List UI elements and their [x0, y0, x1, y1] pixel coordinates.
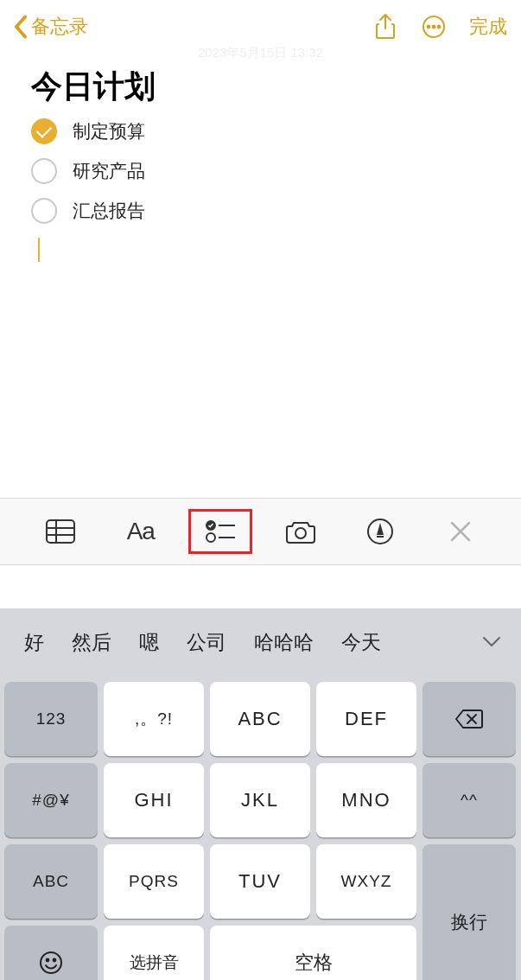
candidate-word[interactable]: 然后 [58, 629, 125, 656]
check-circle-icon[interactable] [31, 118, 57, 144]
key-abc[interactable]: ABC [210, 682, 310, 756]
key-numbers[interactable]: 123 [4, 682, 98, 756]
candidate-word[interactable]: 嗯 [125, 629, 173, 656]
back-button[interactable]: 备忘录 [14, 14, 88, 40]
checklist-item[interactable]: 制定预算 [31, 118, 490, 144]
more-icon[interactable] [421, 14, 447, 40]
svg-rect-4 [47, 520, 74, 543]
key-def[interactable]: DEF [316, 682, 416, 756]
svg-point-21 [54, 959, 56, 962]
key-emoji[interactable] [4, 926, 98, 980]
share-icon[interactable] [372, 14, 398, 40]
checklist-text[interactable]: 研究产品 [73, 159, 145, 183]
key-jkl[interactable]: JKL [210, 763, 310, 837]
candidate-word[interactable]: 哈哈哈 [240, 629, 327, 656]
chevron-down-icon[interactable] [473, 623, 511, 661]
key-ghi[interactable]: GHI [104, 763, 204, 837]
candidate-word[interactable]: 好 [10, 629, 58, 656]
key-punct[interactable]: ,。?! [104, 682, 204, 756]
svg-point-12 [295, 528, 306, 538]
markup-icon[interactable] [348, 509, 412, 554]
back-label: 备忘录 [31, 14, 88, 40]
key-latin[interactable]: ABC [4, 844, 98, 919]
camera-icon[interactable] [269, 509, 333, 554]
key-backspace[interactable] [423, 682, 516, 756]
svg-point-1 [428, 26, 430, 29]
checklist: 制定预算 研究产品 汇总报告 [31, 118, 490, 224]
candidate-word[interactable]: 今天 [327, 629, 395, 656]
note-title[interactable]: 今日计划 [31, 66, 490, 108]
candidate-word[interactable]: 公司 [173, 629, 240, 656]
checklist-text[interactable]: 制定预算 [73, 119, 145, 143]
close-icon[interactable] [429, 509, 492, 554]
svg-point-20 [47, 959, 49, 962]
key-caret[interactable]: ^^ [423, 763, 516, 837]
done-button[interactable]: 完成 [469, 14, 507, 40]
text-cursor [38, 238, 40, 262]
key-space[interactable]: 空格 [210, 926, 416, 980]
key-tuv[interactable]: TUV [210, 844, 310, 919]
table-icon[interactable] [29, 509, 92, 554]
key-select-pinyin[interactable]: 选拼音 [104, 926, 204, 980]
key-mno[interactable]: MNO [316, 763, 416, 837]
circle-icon[interactable] [31, 198, 57, 224]
svg-point-10 [206, 533, 215, 542]
checklist-item[interactable]: 研究产品 [31, 158, 490, 184]
candidate-bar: 好 然后 嗯 公司 哈哈哈 今天 [0, 608, 521, 676]
key-symbols[interactable]: #@¥ [4, 763, 98, 837]
key-return[interactable]: 换行 [423, 844, 516, 980]
svg-point-2 [433, 26, 435, 29]
svg-point-19 [41, 952, 61, 973]
checklist-text[interactable]: 汇总报告 [73, 199, 145, 223]
text-format-button[interactable]: Aa [109, 509, 173, 554]
checklist-icon[interactable] [188, 509, 252, 554]
checklist-item[interactable]: 汇总报告 [31, 198, 490, 224]
key-wxyz[interactable]: WXYZ [316, 844, 416, 919]
keyboard: 123 ,。?! ABC DEF #@¥ GHI JKL MNO ^^ ABC … [0, 676, 521, 980]
svg-point-3 [438, 26, 441, 29]
circle-icon[interactable] [31, 158, 57, 184]
key-pqrs[interactable]: PQRS [104, 844, 204, 919]
